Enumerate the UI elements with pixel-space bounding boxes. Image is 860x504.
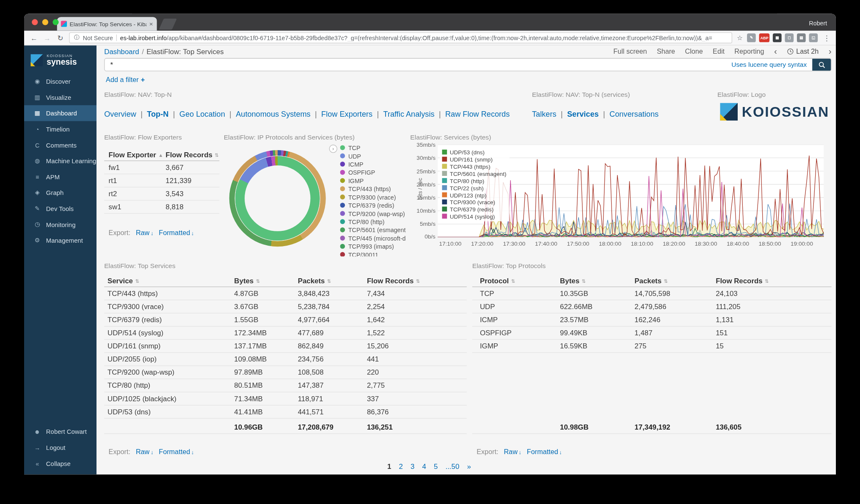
column-header[interactable]: Protocol⇅ [480,277,560,285]
legend-item[interactable]: TCP/9300 (vrace) [442,198,506,205]
forward-icon[interactable]: → [43,34,52,42]
lucene-syntax-link[interactable]: Uses lucene query syntax [731,61,807,68]
toolbar-action[interactable]: Full screen [613,48,647,55]
export-formatted-link[interactable]: Formatted↓ [527,448,562,456]
page-link[interactable]: 4 [422,463,426,471]
extension-icon[interactable]: ABP [759,33,769,42]
sidebar-item[interactable]: ⚙ Management [24,233,96,249]
column-header[interactable]: Flow Records⇅ [165,151,219,159]
toolbar-action[interactable]: Share [657,48,675,55]
export-raw-link[interactable]: Raw↓ [504,448,521,456]
sidebar-item[interactable]: ▦ Dashboard [24,105,96,121]
column-header[interactable]: Packets⇅ [298,277,367,285]
toolbar-action[interactable]: Edit [713,48,725,55]
page-link[interactable]: 1 [387,463,391,471]
extension-icon[interactable]: ▦ [773,33,782,42]
extension-icon[interactable]: ✎ [747,33,756,42]
export-formatted-link[interactable]: Formatted↓ [159,448,194,456]
column-header[interactable]: Packets⇅ [634,277,716,285]
sidebar-item[interactable]: ◈ Graph [24,185,96,201]
column-header[interactable]: Bytes⇅ [560,277,634,285]
nav-link[interactable]: Top-N [136,110,168,118]
sidebar-item[interactable]: ◷ Monitoring [24,216,96,233]
minimize-window-button[interactable] [42,19,48,25]
legend-item[interactable]: TCP/9200 (wap-wsp) [340,209,406,217]
sidebar-item[interactable]: ✎ Dev Tools [24,200,96,216]
nav-link[interactable]: Autonomous Systems [225,110,311,118]
page-link[interactable]: 3 [411,463,414,471]
export-formatted-link[interactable]: Formatted↓ [159,229,194,237]
column-header[interactable]: Flow Exporter▲ [109,151,166,159]
donut-chart[interactable] [229,150,326,247]
legend-item[interactable]: UDP/514 (syslog) [442,213,506,220]
legend-item[interactable]: UDP/161 (snmp) [442,156,506,163]
breadcrumb-dashboard-link[interactable]: Dashboard [104,47,139,55]
extension-icon[interactable]: ◱ [809,33,818,42]
legend-item[interactable]: UDP/123 (ntp) [442,191,506,198]
time-prev-icon[interactable]: ‹ [774,47,777,56]
new-tab-button[interactable] [159,19,177,30]
legend-item[interactable]: TCP/6379 (redis) [442,205,506,213]
legend-item[interactable]: IGMP [340,176,406,184]
donut-inner-ring[interactable] [235,156,320,241]
tab-close-icon[interactable]: × [149,20,153,27]
search-button[interactable] [812,59,831,71]
legend-item[interactable]: TCP/80 (http) [442,177,506,184]
info-icon[interactable]: ⓘ [74,34,80,41]
legend-item[interactable]: TCP/443 (https) [340,185,406,193]
toolbar-action[interactable]: Clone [685,48,703,55]
legend-toggle-icon[interactable]: › [329,145,337,153]
sidebar-item[interactable]: ▥ Visualize [24,89,96,105]
column-header[interactable]: Bytes⇅ [234,277,298,285]
extension-icon[interactable]: ▤ [797,33,806,42]
legend-item[interactable]: UDP [340,152,406,160]
nav-link[interactable]: Conversations [599,110,659,118]
legend-item[interactable]: TCP/9300 (vrace) [340,193,406,201]
column-header[interactable]: Flow Records⇅ [367,277,467,285]
bookmark-star-icon[interactable]: ☆ [737,34,743,41]
legend-item[interactable]: TCP/443 (https) [442,163,506,170]
sidebar-item[interactable]: ◉ Discover [24,74,96,90]
legend-item[interactable]: OSPFIGP [340,168,406,176]
extension-icon[interactable]: ◻ [785,33,794,42]
legend-item[interactable]: TCP/80 (http) [340,217,406,225]
toolbar-action[interactable]: Reporting [734,48,764,55]
legend-item[interactable]: TCP/6379 (redis) [340,201,406,209]
page-link[interactable]: ...50 [445,463,459,471]
column-header[interactable]: Flow Records⇅ [716,277,831,285]
browser-menu-icon[interactable]: ⋮ [822,34,830,42]
add-filter-link[interactable]: Add a filter [106,76,138,83]
nav-link[interactable]: Overview [104,110,136,118]
sidebar-item[interactable]: ◔ Timelion [24,121,96,137]
sidebar-footer-item[interactable]: « Collapse [24,455,96,471]
page-link[interactable]: 5 [434,463,438,471]
sidebar-item[interactable]: C Comments [24,137,96,153]
export-raw-link[interactable]: Raw↓ [136,448,153,456]
nav-link[interactable]: Talkers [532,110,556,118]
legend-item[interactable]: TCP/993 (imaps) [340,242,406,250]
search-input[interactable] [105,60,732,68]
nav-link[interactable]: Traffic Analysis [372,110,434,118]
nav-link[interactable]: Services [557,110,599,118]
address-bar[interactable]: ⓘ Not Secure es-lab.irobert.info/app/kib… [69,32,732,43]
legend-item[interactable]: ICMP [340,160,406,168]
browser-tab[interactable]: ElastiFlow: Top Services - Kiba × [57,17,157,30]
time-picker[interactable]: Last 2h [787,48,819,55]
page-link[interactable]: 2 [399,463,402,471]
export-raw-link[interactable]: Raw↓ [136,229,153,237]
reload-icon[interactable]: ↻ [56,34,65,42]
zoom-window-button[interactable] [52,19,58,25]
sidebar-item[interactable]: ◍ Machine Learning [24,153,96,169]
nav-link[interactable]: Flow Exporters [311,110,372,118]
nav-link[interactable]: Geo Location [168,110,225,118]
legend-item[interactable]: TCP/22 (ssh) [442,184,506,191]
sidebar-item[interactable]: ≡ APM [24,169,96,185]
add-filter-plus-icon[interactable]: + [141,76,145,83]
sidebar-footer-item[interactable]: → Logout [24,439,96,455]
legend-item[interactable]: TCP/5601 (esmagent) [442,170,506,177]
legend-item[interactable]: TCP/30011 [340,250,406,256]
legend-item[interactable]: UDP/53 (dns) [442,148,506,156]
legend-item[interactable]: TCP/5601 (esmagent) [340,226,406,234]
page-link[interactable]: » [467,463,471,471]
time-next-icon[interactable]: › [829,47,832,56]
